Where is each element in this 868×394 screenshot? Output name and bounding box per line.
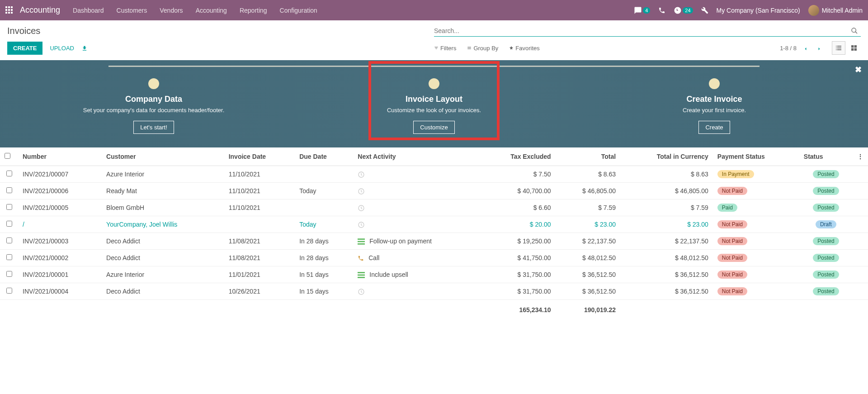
cell-activity[interactable]: Call xyxy=(353,250,480,266)
lets-start-button[interactable]: Let's start! xyxy=(133,121,174,134)
create-invoice-button[interactable]: Create xyxy=(698,121,730,134)
menu-customers[interactable]: Customers xyxy=(117,7,147,14)
table-row[interactable]: INV/2021/00001Azure Interior11/01/2021In… xyxy=(0,266,868,283)
close-icon[interactable]: ✖ xyxy=(855,65,862,75)
col-next-activity[interactable]: Next Activity xyxy=(353,147,480,166)
pager-text[interactable]: 1-8 / 8 xyxy=(780,45,797,52)
search-icon[interactable] xyxy=(848,27,861,34)
table-row[interactable]: INV/2021/00003Deco Addict11/08/2021In 28… xyxy=(0,233,868,250)
col-tax-excluded[interactable]: Tax Excluded xyxy=(480,147,556,166)
column-options-icon[interactable]: ⋮ xyxy=(853,147,868,166)
pager-prev-icon[interactable] xyxy=(801,43,810,53)
svg-rect-3 xyxy=(5,9,7,11)
menu-reporting[interactable]: Reporting xyxy=(240,7,267,14)
debug-icon[interactable] xyxy=(701,7,708,14)
cell-number: INV/2021/00003 xyxy=(18,233,102,250)
search-input[interactable] xyxy=(434,27,848,34)
row-checkbox[interactable] xyxy=(6,237,12,243)
table-row[interactable]: /YourCompany, Joel WillisToday $ 20.00$ … xyxy=(0,216,868,233)
row-checkbox[interactable] xyxy=(6,187,12,193)
phone-icon[interactable] xyxy=(658,7,665,14)
kanban-view-icon[interactable] xyxy=(847,41,861,55)
svg-rect-6 xyxy=(5,12,7,14)
col-invoice-date[interactable]: Invoice Date xyxy=(224,147,295,166)
list-view-icon[interactable] xyxy=(832,41,845,55)
cell-activity[interactable]: Follow-up on payment xyxy=(353,233,480,250)
menu-configuration[interactable]: Configuration xyxy=(280,7,317,14)
cell-activity[interactable]: Include upsell xyxy=(353,266,480,283)
company-selector[interactable]: My Company (San Francisco) xyxy=(717,7,800,14)
row-checkbox[interactable] xyxy=(6,204,12,210)
table-row[interactable]: INV/2021/00002Deco Addict11/08/2021In 28… xyxy=(0,250,868,266)
col-payment-status[interactable]: Payment Status xyxy=(713,147,799,166)
cell-total-cur: $ 46,805.00 xyxy=(620,183,713,199)
status-badge: Posted xyxy=(813,237,839,245)
clock-icon xyxy=(358,204,365,211)
apps-icon[interactable] xyxy=(5,6,14,15)
cell-activity[interactable] xyxy=(353,199,480,216)
pager-next-icon[interactable] xyxy=(815,43,824,53)
favorites-dropdown[interactable]: Favorites xyxy=(509,45,539,52)
step-dot xyxy=(429,78,439,89)
col-status[interactable]: Status xyxy=(799,147,853,166)
filters-dropdown[interactable]: Filters xyxy=(434,45,456,52)
cell-customer: Azure Interior xyxy=(102,166,224,183)
cell-activity[interactable] xyxy=(353,183,480,199)
cell-due-date: In 15 days xyxy=(295,283,353,300)
col-total-currency[interactable]: Total in Currency xyxy=(620,147,713,166)
status-badge: Posted xyxy=(813,170,839,178)
onboard-step-layout: Invoice Layout Customize the look of you… xyxy=(294,78,574,134)
cell-total-cur: $ 7.59 xyxy=(620,199,713,216)
table-row[interactable]: INV/2021/00004Deco Addict10/26/2021In 15… xyxy=(0,283,868,300)
cell-activity[interactable] xyxy=(353,283,480,300)
top-nav: Accounting Dashboard Customers Vendors A… xyxy=(0,0,868,20)
status-badge: Posted xyxy=(813,287,839,295)
cell-tax-excl: $ 31,750.00 xyxy=(480,266,556,283)
user-menu[interactable]: Mitchell Admin xyxy=(808,5,863,16)
svg-rect-24 xyxy=(358,277,365,278)
menu-dashboard[interactable]: Dashboard xyxy=(73,7,104,14)
download-icon[interactable] xyxy=(81,44,88,52)
row-checkbox[interactable] xyxy=(6,254,12,260)
row-checkbox[interactable] xyxy=(6,171,12,176)
svg-rect-13 xyxy=(851,48,854,51)
svg-point-9 xyxy=(852,28,856,32)
clock-icon xyxy=(358,187,365,195)
phone-icon xyxy=(358,254,364,261)
cell-activity[interactable] xyxy=(353,166,480,183)
create-button[interactable]: CREATE xyxy=(7,42,42,55)
svg-rect-23 xyxy=(358,275,365,276)
svg-rect-14 xyxy=(854,48,857,51)
cell-total: $ 36,512.50 xyxy=(556,283,621,300)
cell-number: / xyxy=(18,216,102,233)
messages-icon[interactable]: 4 xyxy=(634,6,650,14)
svg-rect-12 xyxy=(854,45,857,47)
customize-button[interactable]: Customize xyxy=(413,121,454,134)
table-row[interactable]: INV/2021/00006Ready Mat11/10/2021Today $… xyxy=(0,183,868,199)
row-checkbox[interactable] xyxy=(6,271,12,277)
row-checkbox[interactable] xyxy=(6,288,12,294)
col-number[interactable]: Number xyxy=(18,147,102,166)
cell-due-date: In 28 days xyxy=(295,250,353,266)
cell-activity[interactable] xyxy=(353,216,480,233)
cell-invoice-date: 11/01/2021 xyxy=(224,266,295,283)
menu-vendors[interactable]: Vendors xyxy=(160,7,183,14)
search-bar[interactable] xyxy=(434,25,861,37)
col-due-date[interactable]: Due Date xyxy=(295,147,353,166)
status-badge: Posted xyxy=(813,254,839,262)
select-all-checkbox[interactable] xyxy=(5,153,10,159)
cell-payment-status: Paid xyxy=(713,199,799,216)
row-checkbox[interactable] xyxy=(6,221,12,227)
col-total[interactable]: Total xyxy=(556,147,621,166)
cell-number: INV/2021/00001 xyxy=(18,266,102,283)
table-row[interactable]: INV/2021/00005Bloem GmbH11/10/2021 $ 6.6… xyxy=(0,199,868,216)
activities-icon[interactable]: 24 xyxy=(674,6,693,14)
table-row[interactable]: INV/2021/00007Azure Interior11/10/2021 $… xyxy=(0,166,868,183)
col-customer[interactable]: Customer xyxy=(102,147,224,166)
app-brand[interactable]: Accounting xyxy=(20,5,60,15)
menu-accounting[interactable]: Accounting xyxy=(196,7,227,14)
onboard-step-invoice: Create Invoice Create your first invoice… xyxy=(574,78,854,134)
step-desc: Set your company's data for documents he… xyxy=(14,107,294,114)
groupby-dropdown[interactable]: Group By xyxy=(467,45,498,52)
upload-button[interactable]: UPLOAD xyxy=(50,45,74,52)
